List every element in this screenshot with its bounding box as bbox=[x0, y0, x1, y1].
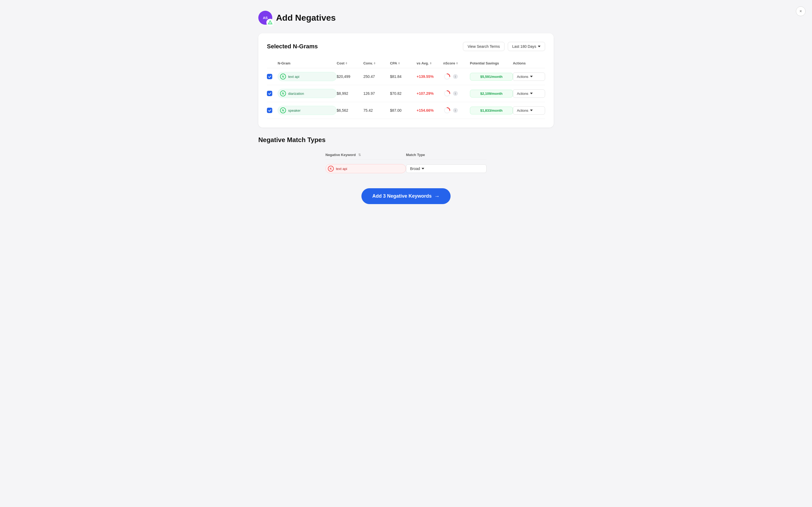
app-logo: AS bbox=[258, 11, 272, 25]
row-checkbox-1[interactable] bbox=[267, 74, 272, 79]
match-type-select-1[interactable]: Broad bbox=[406, 164, 486, 173]
table-row: N text api $20,499 250.47 $81.84 +139.55… bbox=[267, 68, 545, 85]
nscore-1: i bbox=[443, 73, 470, 80]
table-row: N speaker $6,562 75.42 $87.00 +154.66% i… bbox=[267, 102, 545, 119]
arrow-right-icon: → bbox=[434, 193, 440, 199]
chevron-down-icon bbox=[530, 93, 533, 94]
keyword-badge-1: K text api bbox=[326, 164, 406, 173]
table-header-row: N-Gram Cost Conv. CPA vs Avg. bbox=[267, 59, 545, 68]
ngram-badge-1: N text api bbox=[278, 72, 337, 81]
add-negative-keywords-button[interactable]: Add 3 Negative Keywords → bbox=[361, 188, 450, 204]
cpa-1: $81.84 bbox=[390, 74, 416, 79]
vs-avg-3: +154.66% bbox=[417, 108, 443, 113]
loading-ring-icon bbox=[443, 73, 451, 80]
chevron-down-icon bbox=[530, 76, 533, 77]
match-row-1: K text api Broad bbox=[326, 160, 486, 177]
ngrams-table: N-Gram Cost Conv. CPA vs Avg. bbox=[267, 59, 545, 119]
row-checkbox-3[interactable] bbox=[267, 108, 272, 113]
conv-2: 126.97 bbox=[363, 91, 390, 96]
cost-1: $20,499 bbox=[337, 74, 363, 79]
selected-ngrams-card: Selected N-Grams View Search Terms Last … bbox=[258, 33, 554, 127]
th-keyword: Negative Keyword ⇅ bbox=[326, 153, 406, 157]
row-checkbox-2[interactable] bbox=[267, 91, 272, 96]
th-ngram: N-Gram bbox=[278, 61, 337, 65]
card-title: Selected N-Grams bbox=[267, 43, 318, 50]
vs-avg-1: +139.55% bbox=[417, 74, 443, 79]
nscore-sort-icon[interactable] bbox=[456, 62, 458, 64]
info-icon-3[interactable]: i bbox=[453, 108, 458, 113]
conv-1: 250.47 bbox=[363, 74, 390, 79]
nscore-3: i bbox=[443, 107, 470, 114]
th-savings: Potential Savings bbox=[470, 61, 513, 65]
card-header: Selected N-Grams View Search Terms Last … bbox=[267, 42, 545, 51]
conv-3: 75.42 bbox=[363, 108, 390, 113]
n-icon: N bbox=[280, 73, 286, 79]
logo-inner-icon bbox=[267, 19, 274, 26]
ngram-badge-3: N speaker bbox=[278, 106, 337, 115]
page-header: AS Add Negatives bbox=[258, 11, 554, 25]
cost-2: $8,992 bbox=[337, 91, 363, 96]
view-search-terms-button[interactable]: View Search Terms bbox=[463, 42, 504, 51]
date-range-button[interactable]: Last 180 Days bbox=[508, 42, 545, 51]
keyword-sort-icon: ⇅ bbox=[358, 153, 361, 157]
actions-button-3[interactable]: Actions bbox=[513, 106, 545, 115]
vs-avg-2: +107.29% bbox=[417, 91, 443, 96]
savings-2: $2,109/month bbox=[470, 90, 513, 98]
section-title: Negative Match Types bbox=[258, 136, 554, 144]
match-types-table: Negative Keyword ⇅ Match Type K text api… bbox=[326, 150, 486, 177]
th-match-type: Match Type bbox=[406, 153, 486, 157]
close-button[interactable]: × bbox=[796, 6, 806, 16]
page-title: Add Negatives bbox=[276, 13, 336, 23]
chevron-down-icon bbox=[530, 110, 533, 111]
loading-ring-icon bbox=[443, 107, 451, 114]
actions-button-2[interactable]: Actions bbox=[513, 90, 545, 98]
savings-3: $1,833/month bbox=[470, 107, 513, 114]
nscore-2: i bbox=[443, 90, 470, 97]
chevron-down-icon bbox=[538, 46, 540, 47]
info-icon-2[interactable]: i bbox=[453, 91, 458, 96]
chevron-down-icon bbox=[421, 168, 424, 169]
loading-ring-icon bbox=[443, 90, 451, 97]
th-actions: Actions bbox=[513, 61, 545, 65]
th-cost: Cost bbox=[337, 61, 363, 65]
cpa-sort-icon[interactable] bbox=[398, 62, 400, 64]
header-actions: View Search Terms Last 180 Days bbox=[463, 42, 545, 51]
cost-sort-icon[interactable] bbox=[346, 62, 347, 64]
match-header-row: Negative Keyword ⇅ Match Type bbox=[326, 150, 486, 160]
th-nscore: nScore bbox=[443, 61, 470, 65]
conv-sort-icon[interactable] bbox=[374, 62, 375, 64]
info-icon-1[interactable]: i bbox=[453, 74, 458, 79]
vs-avg-sort-icon[interactable] bbox=[430, 62, 431, 64]
n-icon: N bbox=[280, 91, 286, 97]
cpa-2: $70.82 bbox=[390, 91, 416, 96]
th-cpa: CPA bbox=[390, 61, 416, 65]
cpa-3: $87.00 bbox=[390, 108, 416, 113]
th-conv: Conv. bbox=[363, 61, 390, 65]
ngram-badge-2: N diarization bbox=[278, 89, 337, 98]
savings-1: $5,591/month bbox=[470, 73, 513, 80]
cost-3: $6,562 bbox=[337, 108, 363, 113]
k-icon: K bbox=[328, 166, 334, 172]
n-icon: N bbox=[280, 107, 286, 113]
th-vs-avg: vs Avg. bbox=[417, 61, 443, 65]
actions-button-1[interactable]: Actions bbox=[513, 72, 545, 81]
table-row: N diarization $8,992 126.97 $70.82 +107.… bbox=[267, 85, 545, 102]
negative-match-types-section: Negative Match Types Negative Keyword ⇅ … bbox=[258, 136, 554, 204]
